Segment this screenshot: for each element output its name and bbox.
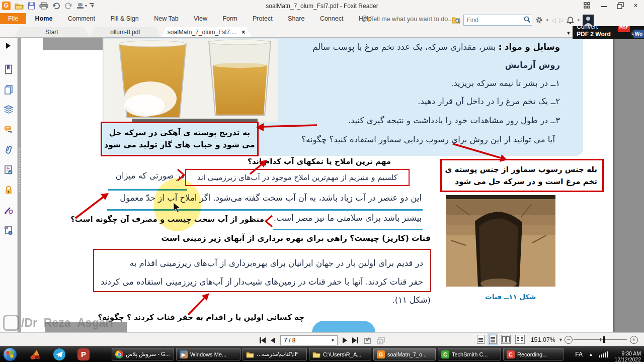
salts-heading: مهم ترین املاح یا نمکهای آب کدام اند؟ — [248, 157, 409, 166]
menu-file[interactable]: File — [0, 13, 26, 24]
taskbar-folder-c-window[interactable]: C:\Users\R_A... — [309, 348, 371, 360]
status-bar: 7 / 8▼ 151.07% ▼ − + — [0, 332, 644, 347]
telegram-icon[interactable] — [53, 348, 65, 360]
zoom-level-value: 151.07% — [524, 336, 555, 343]
bell-caret-icon[interactable]: ▾ — [577, 18, 580, 23]
foxit-icon: G — [377, 350, 385, 358]
arrange-windows-icon[interactable] — [584, 2, 591, 9]
system-tray: FA ▲ 9:30 AM 12/12/2022 — [575, 347, 644, 362]
gear-caret-icon[interactable]: ▾ — [546, 18, 548, 23]
menu-share[interactable]: Share — [281, 13, 311, 24]
annotation-samovar-note: بله جنس رسوب سماور از جنس پوسته ی تخم مر… — [440, 159, 604, 192]
menu-form[interactable]: Form — [216, 13, 244, 24]
notification-bell-icon[interactable] — [567, 16, 574, 24]
sidebar-splitter[interactable] — [18, 37, 21, 333]
restore-button[interactable] — [617, 2, 624, 9]
qanat-photo — [446, 195, 555, 287]
page-number-value: 7 / 8 — [284, 337, 295, 344]
taskbar-recording-window[interactable]: C Recording... — [503, 348, 564, 360]
tab-close-icon[interactable]: × — [242, 29, 245, 36]
tell-me-box[interactable]: Tell me what you want to do.. — [361, 15, 451, 23]
menu-fill-sign[interactable]: Fill & Sign — [104, 13, 145, 24]
step-1: ۱ــ در بشر تا نیمه سرکه بریزید. — [451, 78, 560, 88]
previous-view-icon[interactable]: ◁ — [551, 17, 556, 24]
taskbar-foxit-window[interactable]: G soalMatn_7_o... — [373, 348, 436, 360]
continuous-view-icon[interactable] — [489, 335, 497, 344]
next-page-button[interactable] — [343, 337, 347, 343]
psiphon-icon[interactable]: P — [77, 348, 90, 360]
fit-page-icon[interactable] — [363, 336, 372, 344]
document-area[interactable]: به تدریج پوسته ی آهکی در سرکه حل می شود … — [21, 37, 644, 333]
samovar-question: آیا می توانید از این روش برای رسوب زدایی… — [301, 135, 555, 144]
taskbar-folder-f-window[interactable]: F:\کتاب\مدرسه... — [243, 348, 307, 360]
menu-home[interactable]: Home — [29, 13, 59, 24]
menu-view[interactable]: View — [187, 13, 214, 24]
single-page-view-icon[interactable] — [477, 335, 485, 344]
tab-soalmatn[interactable]: soalMatn_7_olum_Fsl7....× — [161, 27, 252, 37]
window-title: soalMatn_7_olum_Fsl7.pdf - Foxit Reader — [0, 3, 644, 10]
page-number-box[interactable]: 7 / 8▼ — [280, 335, 338, 345]
minimize-button[interactable] — [601, 6, 607, 8]
taskbar-label: سروش پلاس - G... — [126, 351, 170, 357]
zoom-slider[interactable] — [574, 339, 627, 340]
first-page-button[interactable] — [260, 337, 266, 343]
underline-3 — [273, 229, 423, 230]
zoom-slider-thumb[interactable] — [603, 336, 605, 343]
taskbar-chrome-window[interactable]: سروش پلاس - G... — [112, 348, 174, 360]
network-signal-icon[interactable] — [599, 351, 609, 357]
expand-panel-icon[interactable] — [5, 42, 15, 52]
taskbar-techsmith-window[interactable]: C TechSmith C... — [438, 348, 501, 360]
start-button[interactable] — [4, 348, 17, 361]
page-thumbnails-icon[interactable] — [4, 84, 14, 95]
taskbar-wmp-window[interactable]: ▶ Windows Me... — [176, 348, 240, 360]
layers-icon[interactable] — [4, 105, 14, 115]
search-folder-icon[interactable] — [452, 16, 460, 24]
last-page-button[interactable] — [352, 337, 358, 343]
taskbar-label: F:\کتاب\مدرسه... — [257, 351, 298, 357]
matlab-icon[interactable] — [29, 349, 41, 360]
materials-label: وسایل و مواد : — [499, 42, 560, 52]
menu-connect[interactable]: Connect — [313, 13, 350, 24]
page-caret-icon[interactable]: ▼ — [331, 336, 335, 345]
techsmith-icon: C — [441, 350, 449, 358]
clock-time: 9:30 AM — [621, 350, 641, 356]
materials-text: بشر، مقداری سرکه، یک عدد تخم مرغ با پوست… — [312, 42, 498, 52]
security-settings-icon[interactable] — [4, 165, 14, 175]
find-input[interactable] — [463, 15, 532, 26]
tray-expand-icon[interactable]: ▲ — [589, 352, 593, 357]
bookmarks-icon[interactable] — [4, 64, 14, 74]
menu-comment[interactable]: Comment — [61, 13, 102, 24]
taskbar-clock[interactable]: 9:30 AM 12/12/2022 — [614, 350, 641, 362]
settings-gear-icon[interactable] — [535, 16, 543, 24]
tab-start[interactable]: Start — [14, 27, 90, 37]
zoom-caret-icon[interactable]: ▼ — [558, 337, 563, 342]
menu-protect[interactable]: Protect — [246, 13, 279, 24]
previous-page-button[interactable] — [271, 337, 275, 343]
zoom-in-button[interactable]: + — [630, 336, 638, 344]
continuous-facing-view-icon[interactable] — [515, 335, 525, 344]
reverse-view-icon[interactable] — [377, 336, 385, 344]
digital-signature-icon[interactable] — [4, 205, 14, 215]
facing-view-icon[interactable] — [501, 335, 511, 344]
attachments-icon[interactable] — [4, 145, 14, 155]
mouse-cursor — [174, 203, 181, 213]
comments-icon[interactable] — [4, 125, 14, 135]
qanat-box-line1: در قدیم برای اولین بار در جهان ایرانیان … — [99, 254, 423, 273]
experiment-text: وسایل و مواد : بشر، مقداری سرکه، یک عدد … — [284, 37, 560, 156]
zoom-out-button[interactable]: − — [565, 336, 573, 344]
taskbar-label: soalMatn_7_o... — [387, 351, 427, 357]
lock-icon[interactable] — [4, 185, 14, 195]
beakers-photo — [104, 39, 278, 122]
tab-ollum8[interactable]: ollum-8.pdf — [90, 27, 161, 37]
user-account-icon[interactable] — [583, 15, 594, 26]
tell-me-label: Tell me what you want to do.. — [370, 16, 451, 23]
media-player-icon: ▶ — [180, 350, 188, 358]
menu-new-tab[interactable]: New Tab — [147, 13, 185, 24]
document-properties-icon[interactable]: PDFi — [4, 225, 14, 235]
next-view-icon[interactable]: ▷ — [559, 17, 564, 24]
close-button[interactable]: × — [634, 2, 637, 9]
language-indicator[interactable]: FA — [575, 351, 583, 358]
find-search-icon[interactable] — [524, 16, 531, 23]
convert-caret-icon[interactable]: ▼ — [566, 30, 571, 36]
svg-text:PDF: PDF — [5, 227, 9, 229]
